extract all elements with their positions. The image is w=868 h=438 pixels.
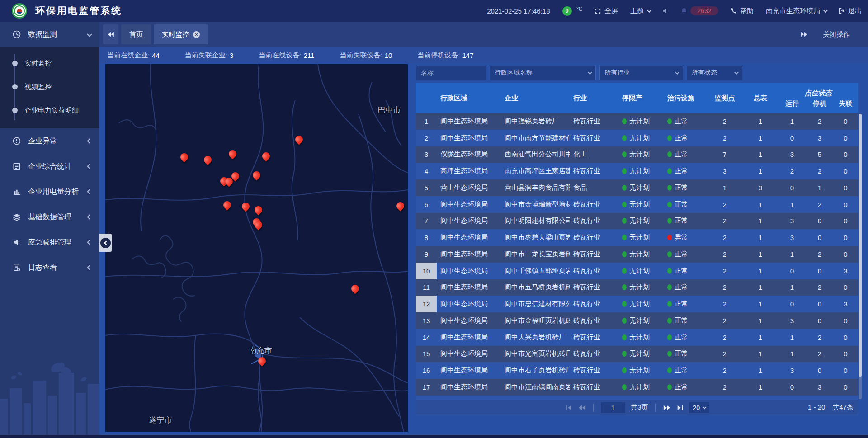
table-row[interactable]: 6阆中生态环境局阆中市金博瑞新型墙材砖瓦行业无计划正常21120 — [416, 196, 858, 213]
fullscreen-icon — [594, 8, 601, 14]
close-icon[interactable]: × — [193, 31, 200, 38]
table-row[interactable]: 15阆中生态环境局阆中市光富页岩机砖厂砖瓦行业无计划正常21120 — [416, 346, 858, 363]
cell-run: 0 — [778, 184, 806, 192]
cell-region: 阆中生态环境局 — [437, 300, 501, 308]
last-page-button[interactable] — [676, 405, 684, 411]
table-row[interactable]: 5营山生态环境局营山县润丰肉食品有限食品无计划正常10010 — [416, 179, 858, 196]
map-roads — [105, 64, 408, 432]
next-page-button[interactable] — [663, 405, 671, 411]
map-panel[interactable]: 巴中市南充市遂宁市 — [105, 64, 408, 432]
double-right-arrow-icon[interactable] — [800, 32, 807, 37]
cell-company: 阆中千佛镇五郎垭页岩 — [501, 267, 570, 275]
row-number: 4 — [416, 163, 437, 179]
cell-run: 0 — [778, 134, 806, 142]
help-button[interactable]: 帮助 — [731, 7, 754, 15]
table-row[interactable]: 9阆中生态环境局阆中市二龙长宝页岩砖砖瓦行业无计划正常21120 — [416, 246, 858, 263]
chart-icon — [12, 187, 22, 197]
page-number-input[interactable] — [601, 402, 625, 413]
status-dot-green — [622, 202, 627, 207]
cell-points: 2 — [707, 217, 743, 225]
row-number: 2 — [416, 130, 437, 146]
sidebar-subitem[interactable]: 企业电力负荷明细 — [0, 99, 99, 122]
sidebar-item[interactable]: 企业异常 — [0, 128, 99, 154]
sidebar-item[interactable]: 日志查看 — [0, 255, 99, 280]
row-number: 17 — [416, 379, 437, 396]
table-row[interactable]: 12阆中生态环境局阆中市忠信建材有限公砖瓦行业无计划正常21003 — [416, 296, 858, 312]
close-operations-button[interactable]: 关闭操作 — [823, 30, 850, 39]
name-input[interactable] — [421, 69, 481, 76]
cell-stop-status: 无计划 — [618, 349, 664, 358]
table-row[interactable]: 11阆中生态环境局阆中市五马桥页岩机砖砖瓦行业无计划正常21120 — [416, 279, 858, 296]
map-collapse-button[interactable] — [99, 234, 112, 252]
page-size-select[interactable]: 20 — [689, 402, 709, 413]
table-row[interactable]: 7阆中生态环境局阆中明阳建材有限公司砖瓦行业无计划正常21300 — [416, 213, 858, 230]
cell-total: 1 — [743, 167, 778, 175]
table-row[interactable]: 13阆中生态环境局阆中市金福旺页岩机砖砖瓦行业无计划正常21300 — [416, 312, 858, 329]
cell-stop-status: 无计划 — [618, 250, 664, 259]
sidebar-item-label: 应急减排管理 — [28, 238, 71, 247]
cell-stop-status: 无计划 — [618, 200, 664, 209]
row-number: 9 — [416, 246, 437, 263]
table-row[interactable]: 16阆中生态环境局阆中市石子页岩机砖厂砖瓦行业无计划正常21300 — [416, 362, 858, 379]
header-right: 2021-02-25 17:46:18 0 ℃ 全屏 主题 2632 — [487, 6, 862, 16]
tab-realtime-monitor[interactable]: 实时监控 × — [154, 24, 208, 44]
first-page-icon — [565, 405, 572, 411]
table-row[interactable]: 10阆中生态环境局阆中千佛镇五郎垭页岩砖瓦行业无计划正常21003 — [416, 263, 858, 279]
status-dot-green — [667, 251, 672, 257]
region-select[interactable]: 行政区域名称 — [490, 66, 596, 80]
table-row[interactable]: 4高坪生态环境局南充市高坪区王家店建砖瓦行业无计划正常31220 — [416, 163, 858, 179]
status-dot-green — [622, 168, 627, 174]
theme-dropdown[interactable]: 主题 — [630, 7, 650, 15]
mute-button[interactable] — [662, 8, 669, 14]
table-row[interactable]: 14阆中生态环境局阆中大兴页岩机砖厂砖瓦行业无计划正常21120 — [416, 329, 858, 346]
status-dot-green — [622, 318, 627, 324]
sidebar-submenu: 实时监控视频监控企业电力负荷明细 — [0, 47, 99, 128]
name-filter[interactable] — [416, 66, 486, 80]
chevron-left-icon — [87, 189, 92, 194]
cell-lost: 0 — [833, 201, 858, 208]
fullscreen-button[interactable]: 全屏 — [594, 7, 618, 15]
sidebar-item[interactable]: 企业综合统计 — [0, 154, 99, 179]
tabs-scroll-left-button[interactable] — [103, 24, 118, 44]
cell-lost: 3 — [833, 267, 858, 275]
status-select[interactable]: 所有状态 — [687, 66, 742, 80]
status-dot-green — [667, 367, 672, 373]
cell-facility-status: 正常 — [664, 383, 707, 391]
cell-industry: 砖瓦行业 — [570, 349, 618, 358]
first-page-button[interactable] — [565, 405, 572, 411]
sidebar-subitem[interactable]: 视频监控 — [0, 75, 99, 99]
cell-lost: 0 — [833, 217, 858, 225]
table-scrollbar[interactable] — [859, 114, 862, 399]
cell-region: 阆中生态环境局 — [437, 349, 501, 358]
table-row[interactable]: 17阆中生态环境局阆中市江南镇阆南页岩砖瓦行业无计划正常21030 — [416, 379, 858, 396]
cell-lost: 3 — [833, 300, 858, 308]
prev-page-button[interactable] — [578, 405, 586, 411]
logout-button[interactable]: 退出 — [839, 7, 862, 15]
prev-page-icon — [578, 405, 586, 411]
industry-select[interactable]: 所有行业 — [599, 66, 683, 80]
status-dot-green — [667, 318, 672, 324]
cell-down: 2 — [806, 334, 833, 341]
cell-stop-status: 无计划 — [618, 283, 664, 292]
tab-home[interactable]: 首页 — [121, 24, 151, 44]
notifications[interactable]: 2632 — [681, 6, 718, 15]
table-row[interactable]: 8阆中生态环境局阆中市枣碧大梁山页岩砖瓦行业无计划异常21300 — [416, 229, 858, 246]
sidebar-item[interactable]: 数据监测 — [0, 22, 99, 47]
table-row[interactable]: 18南部生态环境局南部县砚华水泥有限公建材化工无计划正常60060 — [416, 396, 858, 400]
scrollbar-thumb[interactable] — [859, 114, 862, 377]
sidebar-item[interactable]: 基础数据管理 — [0, 204, 99, 230]
cell-company: 阆中市枣碧大梁山页岩 — [501, 233, 570, 242]
table-row[interactable]: 1阆中生态环境局阆中强锐页岩砖厂砖瓦行业无计划正常21120 — [416, 113, 858, 130]
table-row[interactable]: 2阆中生态环境局阆中市南方节能建材有砖瓦行业无计划正常21030 — [416, 130, 858, 146]
sidebar-item[interactable]: 企业用电量分析 — [0, 179, 99, 204]
sidebar-item[interactable]: 应急减排管理 — [0, 230, 99, 255]
status-dot-green — [622, 135, 627, 141]
status-dot-green — [667, 151, 672, 157]
cell-total: 1 — [743, 234, 778, 241]
chevron-left-icon — [87, 164, 92, 169]
sidebar-subitem[interactable]: 实时监控 — [0, 52, 99, 75]
cell-run: 0 — [778, 267, 806, 275]
row-number: 6 — [416, 196, 437, 213]
table-row[interactable]: 3仪陇生态环境局西南油气田分公司川中化工无计划正常71350 — [416, 146, 858, 163]
org-dropdown[interactable]: 南充市生态环境局 — [766, 7, 826, 15]
